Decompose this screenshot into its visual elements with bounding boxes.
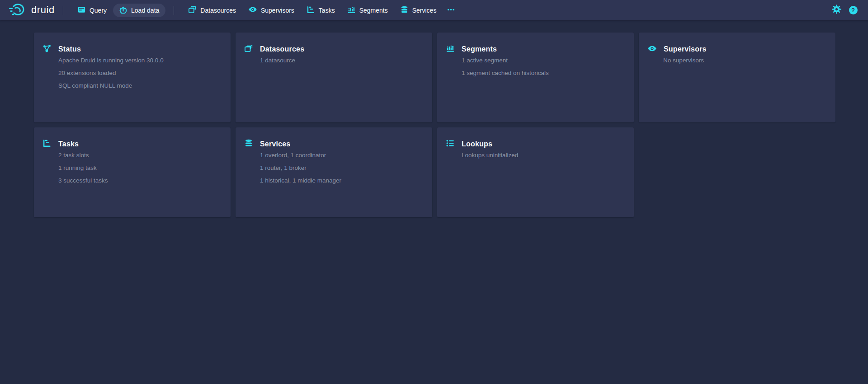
status-card-grid: Status Apache Druid is running version 3…	[34, 33, 868, 217]
card-line: 1 segment cached on historicals	[462, 70, 625, 76]
nav-item-label: Services	[412, 7, 437, 14]
nav-divider	[63, 6, 63, 15]
help-button[interactable]: ?	[847, 5, 859, 16]
graph-icon	[43, 44, 51, 54]
card-line: SQL compliant NULL mode	[58, 82, 222, 89]
card-line: No supervisors	[663, 57, 826, 64]
properties-icon	[446, 139, 454, 149]
nav-item-supervisors[interactable]: Supervisors	[242, 4, 301, 17]
application-icon	[78, 6, 85, 15]
nav-item-load-data[interactable]: Load data	[113, 4, 165, 17]
card-line: 1 router, 1 broker	[260, 164, 423, 171]
navbar-right: ?	[830, 5, 859, 16]
nav-item-more[interactable]	[443, 4, 459, 17]
card-segments[interactable]: Segments 1 active segment 1 segment cach…	[437, 33, 634, 122]
more-icon	[447, 6, 455, 15]
nav-item-query[interactable]: Query	[71, 4, 113, 17]
card-line: 1 datasource	[260, 57, 423, 64]
druid-home-link[interactable]: druid	[9, 2, 55, 19]
card-datasources[interactable]: Datasources 1 datasource	[236, 33, 432, 122]
multi-select-icon	[189, 6, 196, 15]
nav-item-label: Load data	[131, 7, 159, 14]
multi-select-icon	[245, 44, 253, 54]
card-line: 1 historical, 1 middle manager	[260, 177, 423, 184]
upload-icon	[119, 6, 127, 15]
card-body: 1 active segment 1 segment cached on his…	[462, 57, 625, 76]
nav-item-label: Datasources	[200, 7, 236, 14]
nav-item-label: Supervisors	[261, 7, 294, 14]
card-title: Status	[58, 45, 81, 53]
card-body: No supervisors	[663, 57, 826, 64]
nav-divider	[174, 6, 174, 15]
card-line: Lookups uninitialized	[462, 152, 625, 159]
card-services[interactable]: Services 1 overlord, 1 coordinator 1 rou…	[236, 127, 432, 217]
eye-icon	[249, 5, 257, 15]
card-line: 1 running task	[58, 164, 222, 171]
card-body: 1 overlord, 1 coordinator 1 router, 1 br…	[260, 152, 423, 184]
card-status[interactable]: Status Apache Druid is running version 3…	[34, 33, 231, 122]
gantt-chart-icon	[43, 139, 51, 149]
card-title: Lookups	[462, 140, 492, 148]
brand-name: druid	[31, 5, 55, 16]
card-supervisors[interactable]: Supervisors No supervisors	[639, 33, 835, 122]
card-line: 2 task slots	[58, 152, 222, 159]
card-tasks[interactable]: Tasks 2 task slots 1 running task 3 succ…	[34, 127, 231, 217]
card-title: Supervisors	[664, 45, 707, 53]
card-body: 1 datasource	[260, 57, 423, 64]
nav-item-label: Tasks	[319, 7, 335, 14]
settings-button[interactable]	[830, 5, 842, 16]
navbar: druid Query Load data	[0, 0, 868, 20]
druid-logo-icon	[9, 2, 26, 19]
card-body: Lookups uninitialized	[462, 152, 625, 159]
gantt-chart-icon	[307, 6, 315, 15]
database-icon	[401, 6, 408, 15]
grouped-bar-chart-icon	[446, 44, 454, 54]
database-icon	[245, 139, 253, 149]
cog-icon	[832, 5, 841, 16]
card-lookups[interactable]: Lookups Lookups uninitialized	[437, 127, 634, 217]
grouped-bar-chart-icon	[348, 6, 355, 15]
card-title: Services	[260, 140, 290, 148]
eye-icon	[648, 44, 656, 55]
card-title: Segments	[462, 45, 497, 53]
home-view: Status Apache Druid is running version 3…	[0, 20, 868, 217]
card-title: Tasks	[58, 140, 79, 148]
card-line: 1 overlord, 1 coordinator	[260, 152, 423, 159]
card-title: Datasources	[260, 45, 304, 53]
card-line: 1 active segment	[462, 57, 625, 64]
card-line: Apache Druid is running version 30.0.0	[58, 57, 222, 64]
nav-item-label: Query	[90, 7, 107, 14]
nav-item-datasources[interactable]: Datasources	[182, 4, 242, 17]
help-icon: ?	[849, 6, 858, 14]
nav-item-segments[interactable]: Segments	[341, 4, 394, 17]
card-body: Apache Druid is running version 30.0.0 2…	[58, 57, 222, 89]
card-body: 2 task slots 1 running task 3 successful…	[58, 152, 222, 184]
nav-item-label: Segments	[359, 7, 388, 14]
nav-item-services[interactable]: Services	[394, 4, 443, 17]
card-line: 20 extensions loaded	[58, 70, 222, 76]
card-line: 3 successful tasks	[58, 177, 222, 184]
nav-items: Query Load data Datasources	[71, 4, 459, 17]
nav-item-tasks[interactable]: Tasks	[301, 4, 341, 17]
